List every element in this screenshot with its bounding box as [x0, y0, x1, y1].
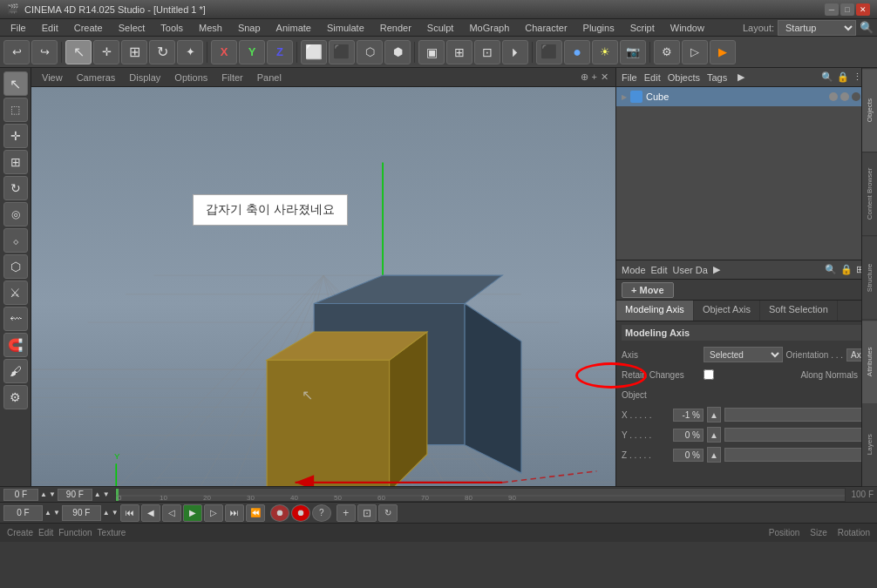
select-tool-button[interactable]: ↖ [65, 40, 92, 64]
attr-userda-menu[interactable]: User Da [673, 265, 708, 275]
attr-arrow[interactable]: ▶ [713, 264, 720, 275]
close-button[interactable]: ✕ [856, 3, 870, 16]
viewport-toggle-1[interactable]: ▣ [418, 40, 445, 64]
light-button[interactable]: ☀ [592, 40, 618, 64]
attr-lock-icon[interactable]: 🔒 [840, 264, 853, 275]
menu-tools[interactable]: Tools [153, 21, 190, 35]
rotate-x-button[interactable]: X [211, 40, 237, 64]
end-frame-up[interactable]: ▲ [103, 509, 110, 517]
attr-tab-modeling-axis[interactable]: Modeling Axis [616, 301, 694, 321]
point-mode-button[interactable]: ⬛ [329, 40, 355, 64]
key-info-button[interactable]: ? [312, 504, 331, 522]
remove-key-button[interactable]: ⊡ [357, 504, 377, 522]
move-tool-attr-button[interactable]: + Move [622, 282, 674, 298]
obj-dot-2[interactable] [840, 92, 849, 101]
menu-window[interactable]: Window [663, 21, 711, 35]
end-down-arrow[interactable]: ▼ [103, 490, 110, 498]
maximize-button[interactable]: □ [840, 3, 854, 16]
x-stepper[interactable]: ▲ [707, 407, 721, 422]
status-edit[interactable]: Edit [38, 528, 53, 537]
axis-dropdown[interactable]: Selected World Object [704, 347, 783, 362]
play-reverse-button[interactable]: ◁ [162, 504, 181, 522]
menu-mograph[interactable]: MoGraph [462, 21, 516, 35]
status-texture[interactable]: Texture [98, 528, 126, 537]
object-row-cube[interactable]: ▶ Cube [616, 87, 877, 106]
edge-mode-button[interactable]: ⬡ [357, 40, 383, 64]
current-frame-input[interactable] [3, 505, 43, 521]
y-stepper[interactable]: ▲ [707, 427, 721, 443]
bridge-button[interactable]: ⬳ [3, 307, 28, 331]
menu-snap[interactable]: Snap [231, 21, 268, 35]
first-frame-button[interactable]: ⏪ [246, 504, 265, 522]
down-arrow[interactable]: ▼ [49, 490, 56, 498]
move-left-button[interactable]: ✛ [3, 124, 28, 148]
obj-objects-menu[interactable]: Objects [668, 72, 700, 83]
timeline-settings-button[interactable]: ↻ [378, 504, 398, 522]
obj-search-icon[interactable]: 🔍 [821, 71, 833, 83]
obj-lock-icon[interactable]: 🔒 [837, 71, 849, 83]
obj-tags-menu[interactable]: Tags [707, 72, 727, 83]
universal-tool-button[interactable]: ✦ [177, 40, 203, 64]
z-stepper[interactable]: ▲ [707, 447, 721, 463]
redo-button[interactable]: ↪ [31, 40, 58, 64]
menu-script[interactable]: Script [623, 21, 662, 35]
scale-left-button[interactable]: ⊞ [3, 150, 28, 174]
tab-layers[interactable]: Layers [862, 403, 877, 486]
menu-mesh[interactable]: Mesh [192, 21, 229, 35]
knife-button[interactable]: ⚔ [3, 280, 28, 305]
layout-dropdown[interactable]: Startup [778, 20, 856, 36]
end-frame-playback[interactable] [62, 505, 101, 521]
play-button[interactable]: ▶ [183, 504, 202, 522]
menu-animate[interactable]: Animate [269, 21, 318, 35]
minimize-button[interactable]: ─ [825, 3, 839, 16]
menu-simulate[interactable]: Simulate [320, 21, 371, 35]
status-create[interactable]: Create [7, 528, 33, 537]
menu-plugins[interactable]: Plugins [576, 21, 622, 35]
up-arrow[interactable]: ▲ [40, 490, 47, 498]
viewport-menu-display[interactable]: Display [126, 71, 164, 84]
undo-button[interactable]: ↩ [3, 40, 30, 64]
end-frame-input[interactable] [58, 489, 92, 501]
bevel-button[interactable]: ⬡ [3, 254, 28, 279]
viewport-animate[interactable]: ⏵ [502, 40, 528, 64]
viewport-menu-cameras[interactable]: Cameras [73, 71, 119, 84]
live-selection-button[interactable]: ◎ [3, 202, 28, 226]
rotate-left-button[interactable]: ↻ [3, 176, 28, 200]
render-settings-button[interactable]: ⚙ [654, 40, 680, 64]
menu-character[interactable]: Character [518, 21, 574, 35]
viewport-toggle-3[interactable]: ⊡ [474, 40, 500, 64]
rotate-z-button[interactable]: Z [267, 40, 293, 64]
attr-edit-menu[interactable]: Edit [651, 265, 668, 275]
viewport-toggle-2[interactable]: ⊞ [446, 40, 472, 64]
menu-select[interactable]: Select [112, 21, 153, 35]
magnet-button[interactable]: 🧲 [3, 333, 28, 357]
attr-tab-soft-selection[interactable]: Soft Selection [760, 301, 838, 321]
scale-tool-button[interactable]: ⊞ [121, 40, 147, 64]
lasso-button[interactable]: ⬚ [3, 98, 28, 122]
menu-render[interactable]: Render [373, 21, 418, 35]
layout-search-icon[interactable]: 🔍 [860, 21, 874, 34]
attr-mode-menu[interactable]: Mode [622, 265, 646, 275]
tab-structure[interactable]: Structure [862, 235, 877, 319]
poly-mode-button[interactable]: ⬢ [384, 40, 411, 64]
viewport-menu-view[interactable]: View [38, 71, 66, 84]
tab-objects[interactable]: Objects [862, 68, 877, 152]
object-mode-button[interactable]: ⬜ [301, 40, 327, 64]
obj-dot-1[interactable] [829, 92, 838, 101]
settings-left-button[interactable]: ⚙ [3, 385, 28, 409]
prev-key-button[interactable]: ◀ [141, 504, 160, 522]
obj-arrow-btn[interactable]: ▶ [738, 71, 744, 83]
add-key-button[interactable]: + [337, 504, 356, 522]
auto-key-button[interactable]: ⏺ [291, 504, 310, 522]
attr-tab-object-axis[interactable]: Object Axis [694, 301, 760, 321]
record-key-button[interactable]: ⏺ [270, 504, 289, 522]
camera-button[interactable]: 📷 [620, 40, 646, 64]
viewport-menu-panel[interactable]: Panel [254, 71, 285, 84]
menu-sculpt[interactable]: Sculpt [420, 21, 461, 35]
status-function[interactable]: Function [58, 528, 92, 537]
viewport[interactable]: View Cameras Display Options Filter Pane… [31, 68, 615, 486]
rotate-y-button[interactable]: Y [239, 40, 265, 64]
rotate-tool-button[interactable]: ↻ [149, 40, 175, 64]
go-end-button[interactable]: ⏭ [225, 504, 244, 522]
viewport-menu-options[interactable]: Options [171, 71, 211, 84]
